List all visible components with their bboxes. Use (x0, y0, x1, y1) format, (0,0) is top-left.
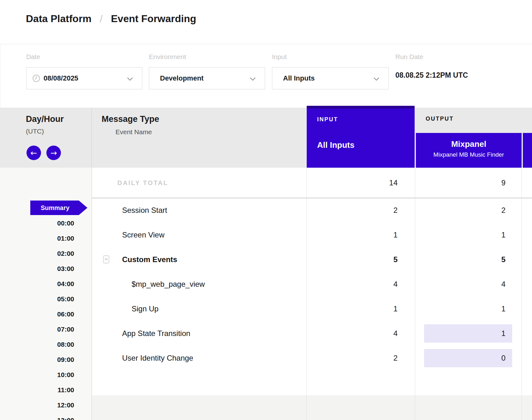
environment-value: Development (160, 74, 204, 82)
row-input-value: 1 (393, 223, 398, 247)
clock-icon (32, 74, 40, 82)
row-input-value: 2 (393, 346, 398, 370)
column-divider (306, 168, 307, 420)
input-dropdown[interactable]: All Inputs (272, 67, 389, 89)
row-label: Sign Up (132, 297, 158, 321)
collapse-minus-icon[interactable]: − (103, 255, 109, 263)
output-header-label: OUTPUT (426, 116, 454, 122)
row-output-value: 0 (501, 346, 505, 370)
breadcrumb: Data Platform / Event Forwarding (26, 13, 196, 25)
input-value: All Inputs (283, 74, 315, 82)
row-output-value: 2 (501, 198, 505, 223)
date-dropdown[interactable]: 08/08/2025 (26, 67, 142, 89)
input-column-header[interactable]: INPUT All Inputs (307, 109, 415, 168)
row-input-value: 4 (393, 321, 398, 346)
breadcrumb-section[interactable]: Data Platform (26, 13, 92, 25)
highlighted-cell (424, 324, 512, 343)
date-value: 08/08/2025 (44, 74, 78, 82)
input-header-value: All Inputs (317, 140, 354, 150)
row-label: App State Transition (122, 321, 190, 346)
event-name-subtitle: Event Name (115, 128, 152, 136)
environment-dropdown[interactable]: Development (149, 67, 265, 89)
column-divider (522, 168, 522, 420)
daily-total-input-value: 14 (389, 168, 398, 198)
table-row-mp-web-page-view: $mp_web_page_view 4 4 (0, 272, 532, 297)
row-output-value: 1 (501, 223, 505, 247)
row-output-value: 5 (501, 247, 505, 272)
input-header-label: INPUT (317, 116, 338, 123)
row-label: Custom Events (122, 247, 177, 272)
output-connection-name: Mixpanel MB Music Finder (416, 151, 522, 158)
row-output-value: 1 (501, 321, 505, 346)
table-row-user-identity-change: User Identity Change 2 0 (0, 346, 532, 370)
row-input-value: 4 (393, 272, 398, 297)
environment-label: Environment (149, 53, 186, 61)
run-date-label: Run Date (395, 53, 423, 61)
next-output-column-partial[interactable] (523, 133, 532, 168)
row-input-value: 1 (393, 297, 398, 321)
table-row-custom-events: − Custom Events 5 5 (0, 247, 532, 272)
hour-13[interactable]: 13:00 (27, 413, 74, 420)
table-row-session-start: Session Start 2 2 (0, 198, 532, 223)
row-input-value: 2 (393, 198, 398, 223)
breadcrumb-separator: / (100, 13, 103, 25)
run-date-value: 08.08.25 2:12PM UTC (395, 71, 468, 80)
chevron-down-icon (127, 77, 133, 81)
day-hour-title: Day/Hour (26, 114, 64, 124)
top-bar: Data Platform / Event Forwarding (0, 0, 532, 44)
table-footer-background (92, 395, 532, 420)
chevron-down-icon (250, 77, 256, 81)
table-row-screen-view: Screen View 1 1 (0, 223, 532, 247)
prev-day-button[interactable]: ← (27, 146, 41, 160)
day-hour-timezone: (UTC) (26, 128, 44, 135)
row-input-value: 5 (393, 247, 398, 272)
daily-total-label: DAILY TOTAL (117, 168, 168, 198)
event-forwarding-screen: Data Platform / Event Forwarding Date En… (0, 0, 532, 420)
hour-11[interactable]: 11:00 (27, 382, 74, 398)
column-divider (415, 168, 415, 420)
daily-total-output-value: 9 (501, 168, 505, 198)
input-label: Input (272, 53, 287, 61)
row-label: User Identity Change (122, 346, 193, 370)
output-column-header-mixpanel[interactable]: Mixpanel Mixpanel MB Music Finder (416, 133, 522, 168)
row-output-value: 1 (501, 297, 505, 321)
highlighted-cell (424, 349, 512, 367)
arrow-right-icon: → (50, 149, 57, 157)
table-row-sign-up: Sign Up 1 1 (0, 297, 532, 321)
daily-total-row: DAILY TOTAL 14 9 (0, 168, 532, 198)
date-label: Date (26, 53, 40, 61)
row-label: Screen View (122, 223, 164, 247)
message-type-title: Message Type (102, 114, 159, 124)
arrow-left-icon: ← (31, 149, 37, 157)
filter-bar: Date Environment Input Run Date 08/08/20… (0, 45, 532, 108)
next-day-button[interactable]: → (46, 146, 61, 160)
row-label: $mp_web_page_view (132, 272, 205, 297)
input-header-accent-strip (307, 106, 415, 109)
column-divider (92, 108, 92, 420)
output-name: Mixpanel (416, 139, 522, 149)
row-label: Session Start (122, 198, 167, 223)
table-row-app-state-transition: App State Transition 4 1 (0, 321, 532, 346)
row-output-value: 4 (501, 272, 505, 297)
hour-12[interactable]: 12:00 (27, 398, 74, 413)
page-title: Event Forwarding (111, 13, 196, 25)
chevron-down-icon (373, 77, 380, 81)
